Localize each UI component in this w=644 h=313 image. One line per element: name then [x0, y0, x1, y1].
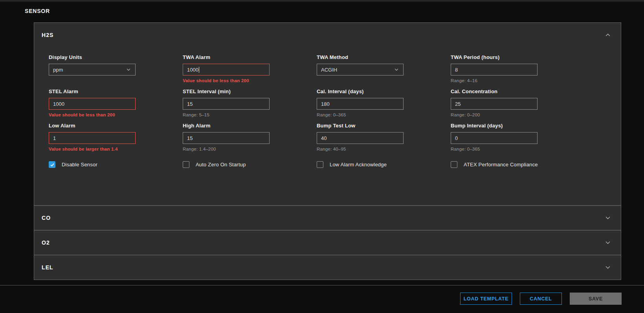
- bump-test-low-input[interactable]: 40: [317, 132, 404, 144]
- field-low-alarm: Low Alarm 1 Value should be larger than …: [49, 123, 136, 152]
- field-label: TWA Method: [317, 54, 404, 60]
- field-high-alarm: High Alarm 15 Range: 1.4–200: [183, 123, 270, 152]
- input-value: 40: [321, 135, 327, 141]
- field-cal-interval: Cal. Interval (days) 180 Range: 0–365: [317, 88, 404, 118]
- section-header-o2[interactable]: O2: [34, 230, 621, 255]
- field-label: Low Alarm: [49, 123, 136, 129]
- field-label: TWA Period (hours): [451, 54, 538, 60]
- stel-interval-input[interactable]: 15: [183, 98, 270, 110]
- field-bump-interval: Bump Interval (days) 0 Range: 0–365: [451, 123, 538, 152]
- field-bump-test-low: Bump Test Low 40 Range: 40–95: [317, 123, 404, 152]
- input-value: 0: [455, 135, 458, 141]
- save-button[interactable]: SAVE: [570, 293, 622, 305]
- field-stel-alarm: STEL Alarm 1000 Value should be less tha…: [49, 88, 136, 118]
- field-label: Bump Test Low: [317, 123, 404, 129]
- chevron-down-icon[interactable]: [604, 239, 611, 246]
- select-value: ppm: [53, 67, 63, 73]
- section-title-co: CO: [42, 215, 51, 221]
- twa-method-select[interactable]: ACGIH: [317, 64, 404, 75]
- low-alarm-input[interactable]: 1: [49, 132, 136, 144]
- field-label: TWA Alarm: [183, 54, 270, 60]
- checkbox-label: Disable Sensor: [62, 162, 97, 168]
- checkbox-unchecked-icon[interactable]: [317, 161, 323, 168]
- field-label: STEL Interval (min): [183, 88, 270, 94]
- range-hint: Range: 0–365: [317, 112, 404, 118]
- helper-spacer: [49, 78, 136, 83]
- field-twa-alarm: TWA Alarm 1000 Value should be less than…: [183, 54, 270, 83]
- input-value: 15: [187, 135, 193, 141]
- input-value: 180: [321, 101, 330, 107]
- input-value: 1000: [53, 101, 64, 107]
- disable-sensor-checkbox[interactable]: Disable Sensor: [49, 161, 183, 168]
- auto-zero-checkbox[interactable]: Auto Zero On Startup: [183, 161, 317, 168]
- section-title-h2s: H2S: [42, 32, 54, 38]
- field-stel-interval: STEL Interval (min) 15 Range: 5–15: [183, 88, 270, 118]
- cal-interval-input[interactable]: 180: [317, 98, 404, 110]
- checkbox-unchecked-icon[interactable]: [451, 161, 457, 168]
- checkbox-checked-icon[interactable]: [49, 161, 55, 168]
- chevron-down-icon: [126, 67, 131, 72]
- section-header-lel[interactable]: LEL: [34, 255, 621, 280]
- cal-concentration-input[interactable]: 25: [451, 98, 538, 110]
- window-top-edge: [0, 0, 644, 2]
- low-alarm-acknowledge-checkbox[interactable]: Low Alarm Acknowledge: [317, 161, 451, 168]
- section-o2: O2: [34, 230, 621, 255]
- range-hint: Range: 40–95: [317, 147, 404, 152]
- section-title-o2: O2: [42, 239, 50, 246]
- sensor-accordion-panel: H2S Display Units ppm TWA Alarm 1000: [34, 22, 621, 280]
- twa-period-input[interactable]: 8: [451, 64, 538, 75]
- section-h2s: H2S Display Units ppm TWA Alarm 1000: [34, 23, 621, 205]
- h2s-form: Display Units ppm TWA Alarm 1000 Value s…: [34, 54, 621, 168]
- range-hint: Range: 0–365: [451, 147, 538, 152]
- field-label: Cal. Concentration: [451, 88, 538, 94]
- load-template-button[interactable]: LOAD TEMPLATE: [460, 293, 512, 305]
- field-label: Cal. Interval (days): [317, 88, 404, 94]
- atex-compliance-checkbox[interactable]: ATEX Performance Compliance: [451, 161, 585, 168]
- checkbox-row: Disable Sensor Auto Zero On Startup Low …: [49, 161, 621, 168]
- field-label: High Alarm: [183, 123, 270, 129]
- bump-interval-input[interactable]: 0: [451, 132, 538, 144]
- checkbox-label: Low Alarm Acknowledge: [330, 162, 387, 168]
- checkbox-label: Auto Zero On Startup: [196, 162, 246, 168]
- high-alarm-input[interactable]: 15: [183, 132, 270, 144]
- field-label: Bump Interval (days): [451, 123, 538, 129]
- section-co: CO: [34, 205, 621, 230]
- field-twa-method: TWA Method ACGIH: [317, 54, 404, 83]
- validation-error: Value should be less than 200: [183, 78, 270, 83]
- range-hint: Range: 5–15: [183, 112, 270, 118]
- field-label: Display Units: [49, 54, 136, 60]
- input-value: 8: [455, 67, 458, 73]
- input-value: 1000: [187, 67, 198, 73]
- helper-spacer: [317, 78, 404, 83]
- section-lel: LEL: [34, 255, 621, 280]
- field-twa-period: TWA Period (hours) 8 Range: 4–16: [451, 54, 538, 83]
- footer-divider: [0, 285, 644, 285]
- validation-error: Value should be less than 200: [49, 112, 136, 118]
- select-value: ACGIH: [321, 67, 337, 73]
- validation-error: Value should be larger than 1.4: [49, 147, 136, 152]
- page-title: SENSOR: [25, 8, 50, 14]
- chevron-down-icon[interactable]: [604, 264, 611, 271]
- display-units-select[interactable]: ppm: [49, 64, 136, 75]
- input-value: 1: [53, 135, 56, 141]
- stel-alarm-input[interactable]: 1000: [49, 98, 136, 110]
- chevron-down-icon: [394, 67, 399, 72]
- range-hint: Range: 0–200: [451, 112, 538, 118]
- checkbox-unchecked-icon[interactable]: [183, 161, 189, 168]
- input-value: 25: [455, 101, 461, 107]
- section-header-h2s[interactable]: H2S: [34, 23, 621, 47]
- input-value: 15: [187, 101, 193, 107]
- section-title-lel: LEL: [42, 264, 53, 271]
- chevron-up-icon[interactable]: [604, 31, 611, 39]
- field-label: STEL Alarm: [49, 88, 136, 94]
- chevron-down-icon[interactable]: [604, 214, 611, 221]
- twa-alarm-input[interactable]: 1000: [183, 64, 270, 75]
- footer-actions: LOAD TEMPLATE CANCEL SAVE: [460, 293, 622, 305]
- range-hint: Range: 1.4–200: [183, 147, 270, 152]
- cancel-button[interactable]: CANCEL: [520, 293, 562, 305]
- fields-grid: Display Units ppm TWA Alarm 1000 Value s…: [49, 54, 621, 152]
- section-header-co[interactable]: CO: [34, 206, 621, 230]
- text-caret: [199, 67, 199, 73]
- checkbox-label: ATEX Performance Compliance: [464, 162, 538, 168]
- range-hint: Range: 4–16: [451, 78, 538, 83]
